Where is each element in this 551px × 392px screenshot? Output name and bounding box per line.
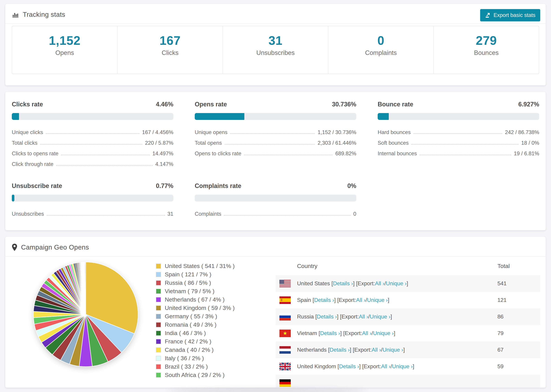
legend-label: Brazil ( 33 / 2% ): [165, 363, 208, 370]
total-cell: 86: [497, 314, 540, 320]
dotted-leader: [47, 215, 165, 216]
country-name: United Kingdom [: [297, 363, 339, 370]
legend-item-germany[interactable]: Germany ( 55 / 3% ): [156, 313, 276, 320]
rate-progress-bar: [195, 195, 356, 202]
details-link[interactable]: Details ›: [339, 363, 359, 370]
details-link[interactable]: Details ›: [317, 314, 337, 320]
rate-title: Bounce rate: [378, 101, 413, 108]
rate-rows: Unique opens1,152 / 30.736%Total opens2,…: [195, 127, 356, 159]
rate-block-unsubscribe-rate: Unsubscribe rate0.77%Unsubscribes31: [12, 182, 173, 219]
link-separator: ]: [403, 347, 405, 353]
rate-progress-fill: [195, 113, 244, 120]
stat-value: 31: [168, 211, 173, 217]
tracking-stats-header: Tracking stats Export basic stats: [5, 4, 546, 23]
legend-item-canada[interactable]: Canada ( 40 / 2% ): [156, 347, 276, 353]
link-separator: /: [390, 363, 392, 370]
export-unique-link[interactable]: Unique ›: [370, 314, 390, 320]
legend-item-united-states[interactable]: United States ( 541 / 31% ): [156, 263, 276, 269]
rate-block-bounce-rate: Bounce rate6.927%Hard bounces242 / 86.73…: [378, 101, 539, 169]
stat-label: Soft bounces: [378, 140, 409, 146]
geo-legend: United States ( 541 / 31% )Spain ( 121 /…: [156, 257, 276, 380]
stat-label: Unique opens: [195, 129, 227, 135]
legend-item-italy[interactable]: Italy ( 36 / 2% ): [156, 355, 276, 362]
stat-label: Click through rate: [12, 161, 53, 167]
legend-item-brazil[interactable]: Brazil ( 33 / 2% ): [156, 363, 276, 370]
country-name: Spain [: [297, 297, 314, 303]
rate-head: Opens rate30.736%: [195, 101, 356, 108]
export-unique-link[interactable]: Unique ›: [386, 280, 407, 287]
rate-block-complaints-rate: Complaints rate0%Complaints0: [195, 182, 356, 219]
country-cell: Netherlands [Details ›] [Export: All › /…: [276, 346, 497, 354]
export-icon: [485, 12, 491, 18]
link-separator: ] [Export:: [353, 280, 375, 287]
dotted-leader: [411, 144, 518, 145]
stat-row-total-clicks: Total clicks220 / 5.87%: [12, 138, 173, 148]
table-row-netherlands: Netherlands [Details ›] [Export: All › /…: [276, 342, 540, 358]
rate-head: Clicks rate4.46%: [12, 101, 173, 108]
export-all-link[interactable]: All ›: [372, 347, 381, 353]
table-row-vietnam: Vietnam [Details ›] [Export: All › / Uni…: [276, 325, 540, 342]
export-unique-link[interactable]: Unique ›: [367, 297, 388, 303]
link-separator: ]: [388, 297, 389, 303]
legend-label: Canada ( 40 / 2% ): [165, 347, 213, 353]
export-all-link[interactable]: All ›: [359, 314, 368, 320]
summary-value: 279: [476, 34, 497, 48]
dashboard-page: Tracking stats Export basic stats 1,152O…: [0, 0, 551, 392]
link-separator: ] [Export:: [359, 363, 381, 370]
summary-value: 167: [160, 34, 181, 48]
stat-value: 0: [353, 211, 356, 217]
rate-head: Unsubscribe rate0.77%: [12, 182, 173, 189]
rate-progress-bar: [195, 113, 356, 120]
total-cell: 79: [497, 330, 540, 336]
details-link[interactable]: Details ›: [314, 297, 334, 303]
total-cell: 67: [497, 347, 540, 353]
export-basic-stats-button[interactable]: Export basic stats: [480, 9, 540, 21]
legend-label: Spain ( 121 / 7% ): [165, 271, 211, 278]
legend-item-netherlands[interactable]: Netherlands ( 67 / 4% ): [156, 296, 276, 303]
rate-progress-bar: [12, 113, 173, 120]
stat-value: 689.82%: [335, 151, 356, 157]
legend-item-united-kingdom[interactable]: United Kingdom ( 59 / 3% ): [156, 305, 276, 311]
rate-progress-fill: [12, 195, 14, 202]
details-link[interactable]: Details ›: [320, 330, 340, 336]
dotted-leader: [46, 133, 140, 134]
legend-label: Vietnam ( 79 / 5% ): [165, 288, 214, 294]
export-unique-link[interactable]: Unique ›: [383, 347, 403, 353]
export-all-link[interactable]: All ›: [375, 280, 384, 287]
legend-swatch: [156, 314, 161, 319]
summary-value: 1,152: [49, 34, 80, 48]
legend-item-romania[interactable]: Romania ( 49 / 3% ): [156, 321, 276, 328]
details-link[interactable]: Details ›: [330, 347, 350, 353]
details-link[interactable]: Details ›: [333, 280, 353, 287]
legend-label: Russia ( 86 / 5% ): [165, 280, 211, 286]
rate-block-clicks-rate: Clicks rate4.46%Unique clicks167 / 4.456…: [12, 101, 173, 169]
table-row-united-states: United States [Details ›] [Export: All ›…: [276, 275, 540, 292]
link-separator: ]: [413, 363, 414, 370]
legend-swatch: [156, 297, 161, 302]
export-all-link[interactable]: All ›: [356, 297, 366, 303]
stat-value: 167 / 4.456%: [142, 129, 173, 135]
legend-item-france[interactable]: France ( 42 / 2% ): [156, 338, 276, 345]
summary-label: Bounces: [474, 49, 499, 56]
legend-item-india[interactable]: India ( 46 / 3% ): [156, 330, 276, 336]
stat-label: Total opens: [195, 140, 222, 146]
legend-label: United States ( 541 / 31% ): [165, 263, 235, 269]
export-unique-link[interactable]: Unique ›: [392, 363, 413, 370]
link-separator: ]: [390, 314, 392, 320]
country-cell: [276, 379, 497, 387]
link-separator: /: [384, 280, 386, 287]
divider: [5, 23, 546, 24]
total-cell: 121: [497, 297, 540, 303]
export-unique-link[interactable]: Unique ›: [373, 330, 394, 336]
legend-item-spain[interactable]: Spain ( 121 / 7% ): [156, 271, 276, 278]
export-all-link[interactable]: All ›: [362, 330, 372, 336]
export-all-link[interactable]: All ›: [381, 363, 390, 370]
legend-item-vietnam[interactable]: Vietnam ( 79 / 5% ): [156, 288, 276, 294]
page-title: Tracking stats: [23, 11, 65, 18]
stat-label: Clicks to opens rate: [12, 151, 58, 157]
legend-item-russia[interactable]: Russia ( 86 / 5% ): [156, 280, 276, 286]
stat-value: 14.497%: [152, 151, 173, 157]
rate-progress-fill: [12, 113, 19, 120]
column-total: Total: [497, 263, 540, 269]
legend-item-south-africa[interactable]: South Africa ( 29 / 2% ): [156, 372, 276, 378]
